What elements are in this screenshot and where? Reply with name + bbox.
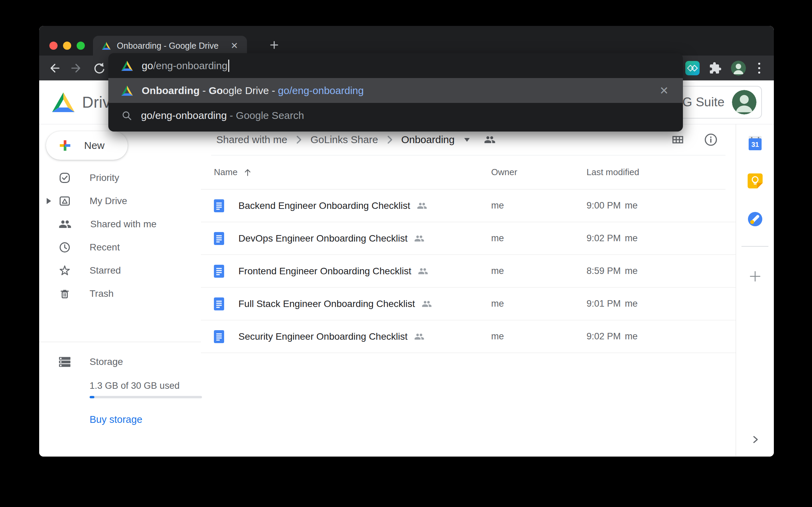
table-row[interactable]: DevOps Engineer Onboarding Checklist me … (201, 222, 736, 255)
table-row[interactable]: Full Stack Engineer Onboarding Checklist… (201, 288, 736, 320)
buy-storage-link[interactable]: Buy storage (90, 414, 142, 425)
add-panel-app-button[interactable] (748, 269, 763, 285)
file-shared-icon (414, 332, 424, 342)
grid-view-button[interactable] (671, 133, 685, 147)
sidebar-item-label: Starred (90, 265, 121, 276)
minimize-window-button[interactable] (63, 42, 71, 50)
docs-file-icon (214, 199, 224, 212)
close-window-button[interactable] (49, 42, 58, 50)
browser-tab[interactable]: Onboarding - Google Drive ✕ (93, 36, 247, 56)
file-name: DevOps Engineer Onboarding Checklist (238, 233, 407, 244)
storage-progress-bar (90, 396, 202, 398)
hide-side-panel-button[interactable] (750, 434, 760, 446)
drive-favicon-icon (121, 86, 133, 96)
sidebar-item-recent[interactable]: Recent (39, 236, 201, 259)
sort-ascending-icon[interactable] (243, 168, 252, 177)
storage-usage-text: 1.3 GB of 30 GB used (90, 381, 179, 391)
file-modified-by: me (625, 200, 638, 211)
file-shared-icon (418, 266, 428, 276)
sidebar-item-label: Priority (90, 172, 119, 183)
remove-suggestion-icon[interactable]: ✕ (657, 84, 671, 97)
golinks-extension-icon[interactable] (685, 61, 700, 75)
new-button[interactable]: New (46, 131, 128, 160)
back-button[interactable] (47, 61, 61, 75)
browser-menu-icon[interactable] (755, 63, 764, 74)
file-owner: me (491, 200, 587, 211)
calendar-icon[interactable]: 31 (748, 136, 763, 152)
file-modified-time: 9:02 PM (587, 331, 621, 341)
browser-profile-avatar[interactable] (731, 61, 746, 76)
file-shared-icon (422, 299, 432, 309)
docs-file-icon (214, 232, 224, 245)
sidebar-item-priority[interactable]: Priority (39, 166, 201, 189)
breadcrumb-shared-with-me[interactable]: Shared with me (216, 134, 287, 145)
suggestion-google-search[interactable]: go/eng-onboarding - Google Search (108, 103, 683, 128)
sidebar-item-label: Storage (90, 356, 123, 367)
suggestion-drive-result[interactable]: Onboarding - Google Drive - go/eng-onboa… (108, 78, 683, 103)
gsuite-label: G Suite (683, 95, 724, 109)
zoom-window-button[interactable] (77, 42, 85, 50)
table-header: Name Owner Last modified (201, 155, 736, 189)
extensions-puzzle-icon[interactable] (708, 61, 722, 75)
sidebar-item-trash[interactable]: Trash (39, 282, 201, 305)
column-header-name[interactable]: Name (214, 167, 237, 178)
file-modified-time: 9:01 PM (587, 298, 621, 309)
file-owner: me (491, 266, 587, 276)
drive-logo-icon (52, 92, 75, 112)
account-avatar[interactable] (732, 90, 756, 114)
file-modified-time: 9:02 PM (587, 233, 621, 243)
forward-button[interactable] (70, 61, 83, 75)
file-name: Backend Engineer Onboarding Checklist (238, 200, 410, 211)
drive-sidebar: New Priority (39, 124, 201, 456)
side-panel-rail: 31 (736, 124, 774, 456)
window-controls (49, 42, 85, 50)
shared-people-icon (59, 218, 72, 231)
my-drive-icon (59, 195, 71, 207)
trash-icon (59, 288, 71, 300)
file-name: Full Stack Engineer Onboarding Checklist (238, 298, 415, 309)
sidebar-item-starred[interactable]: Starred (39, 259, 201, 282)
rail-divider (741, 246, 768, 247)
table-row[interactable]: Backend Engineer Onboarding Checklist me… (201, 189, 736, 222)
keep-icon[interactable] (748, 173, 763, 190)
column-header-last-modified[interactable]: Last modified (587, 167, 736, 178)
tab-title: Onboarding - Google Drive (117, 41, 229, 51)
breadcrumb-current-folder[interactable]: Onboarding (401, 134, 455, 145)
file-owner: me (491, 233, 587, 244)
file-shared-icon (417, 201, 427, 211)
breadcrumb: Shared with me GoLinks Share Onboarding (216, 134, 671, 145)
folder-shared-icon (484, 134, 496, 145)
star-icon (59, 264, 71, 277)
table-row[interactable]: Frontend Engineer Onboarding Checklist m… (201, 255, 736, 288)
docs-file-icon (214, 297, 224, 310)
priority-icon (59, 172, 71, 184)
file-owner: me (491, 298, 587, 309)
new-tab-button[interactable] (267, 37, 282, 52)
url-input[interactable]: go/eng-onboarding (142, 60, 229, 72)
omnibox-dropdown: go/eng-onboarding Onboarding - Google Dr… (108, 53, 683, 132)
expand-arrow-icon[interactable] (47, 198, 51, 204)
column-header-owner[interactable]: Owner (491, 167, 587, 178)
sidebar-item-shared-with-me[interactable]: Shared with me (39, 213, 201, 236)
folder-menu-caret-icon[interactable] (464, 138, 470, 142)
omnibox[interactable]: go/eng-onboarding (108, 53, 683, 78)
breadcrumb-chevron-icon (295, 135, 302, 144)
tab-bar: Onboarding - Google Drive ✕ (39, 26, 774, 56)
reload-button[interactable] (92, 61, 106, 75)
file-modified-time: 8:59 PM (587, 266, 621, 276)
sidebar-item-storage[interactable]: Storage (39, 350, 201, 373)
breadcrumb-chevron-icon (386, 135, 393, 144)
text-cursor (228, 60, 229, 72)
sidebar-item-my-drive[interactable]: My Drive (39, 189, 201, 213)
file-owner: me (491, 331, 587, 342)
breadcrumb-golinks-share[interactable]: GoLinks Share (310, 134, 378, 145)
desktop-background: Onboarding - Google Drive ✕ (0, 0, 812, 507)
info-button[interactable] (704, 133, 718, 147)
docs-file-icon (214, 330, 224, 343)
tasks-icon[interactable] (747, 211, 763, 228)
tab-close-icon[interactable]: ✕ (229, 40, 239, 51)
drive-favicon-icon (121, 61, 133, 71)
table-row[interactable]: Security Engineer Onboarding Checklist m… (201, 320, 736, 353)
file-name: Security Engineer Onboarding Checklist (238, 331, 407, 342)
clock-icon (59, 241, 71, 253)
